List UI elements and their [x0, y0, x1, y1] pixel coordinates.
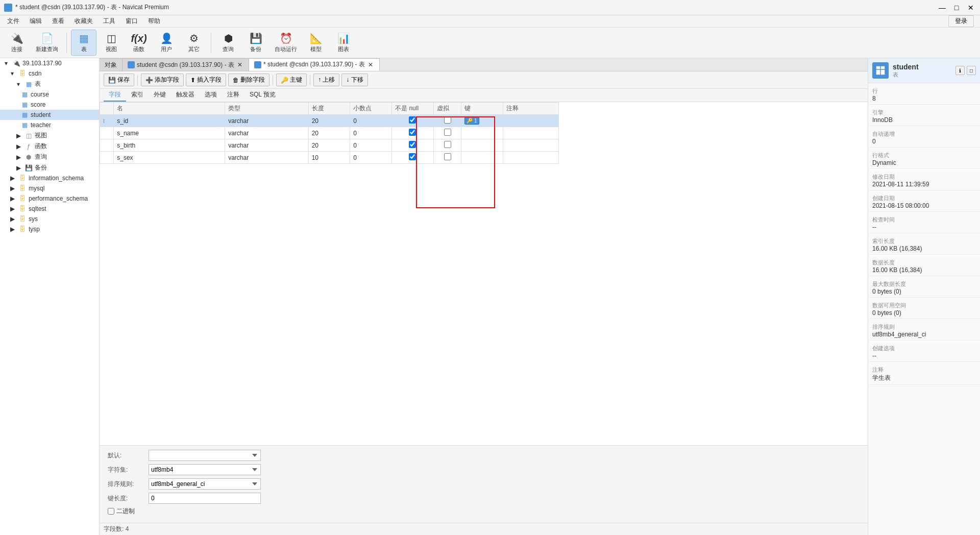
sidebar-item-teacher[interactable]: ▦ teacher	[0, 120, 99, 130]
close-button[interactable]: ✕	[966, 3, 976, 13]
keylength-input[interactable]	[149, 493, 261, 504]
charset-select[interactable]: utf8mb4	[149, 464, 261, 475]
field-virt-sid[interactable]	[433, 115, 461, 127]
field-note-sid[interactable]	[503, 115, 558, 127]
toolbar-new-query[interactable]: 📄 新建查询	[32, 30, 62, 55]
sidebar-item-mysql[interactable]: ▶ 🗄 mysql	[0, 183, 99, 193]
toolbar-view[interactable]: ◫ 视图	[99, 30, 124, 55]
field-type-ssex[interactable]: varchar	[225, 152, 308, 164]
table-row[interactable]: s_sex varchar 10 0	[100, 152, 559, 164]
sidebar-item-connection[interactable]: ▾ 🔌 39.103.137.90	[0, 58, 99, 68]
table-row[interactable]: s_birth varchar 20 0	[100, 139, 559, 152]
field-len-sid[interactable]: 20	[308, 115, 350, 127]
sub-tab-options[interactable]: 选项	[200, 89, 222, 102]
sub-tab-comments[interactable]: 注释	[222, 89, 244, 102]
menu-edit[interactable]: 编辑	[24, 16, 47, 27]
tab-student2-close[interactable]: ✕	[367, 61, 374, 68]
field-dec-sbirth[interactable]: 0	[350, 139, 392, 152]
sidebar-item-csdn[interactable]: ▾ 🗄 csdn	[0, 68, 99, 79]
field-virt-sname[interactable]	[433, 127, 461, 139]
toolbar-user[interactable]: 👤 用户	[154, 30, 179, 55]
sub-tab-indexes[interactable]: 索引	[126, 89, 149, 102]
primary-key-button[interactable]: 🔑 主键	[276, 74, 307, 86]
save-button[interactable]: 💾 保存	[104, 74, 134, 86]
sub-tab-sql-preview[interactable]: SQL 预览	[244, 89, 281, 102]
sidebar-item-sqltest[interactable]: ▶ 🗄 sqltest	[0, 204, 99, 214]
table-row[interactable]: s_name varchar 20 0	[100, 127, 559, 139]
field-len-sname[interactable]: 20	[308, 127, 350, 139]
binary-checkbox[interactable]	[108, 508, 114, 515]
toolbar-table[interactable]: ▦ 表	[71, 30, 96, 56]
collation-select[interactable]: utf8mb4_general_ci	[149, 478, 261, 490]
field-type-sid[interactable]: varchar	[225, 115, 308, 127]
menu-help[interactable]: 帮助	[143, 16, 165, 27]
field-len-sbirth[interactable]: 20	[308, 139, 350, 152]
field-virt-ssex[interactable]	[433, 152, 461, 164]
sidebar-item-queries-folder[interactable]: ▶ ⬢ 查询	[0, 152, 99, 162]
sidebar-item-functions-folder[interactable]: ▶ ƒ 函数	[0, 141, 99, 152]
tab-student2[interactable]: * student @csdn (39.103.137.90) - 表 ✕	[249, 58, 380, 71]
field-dec-ssex[interactable]: 0	[350, 152, 392, 164]
tab-object[interactable]: 对象	[100, 58, 122, 71]
sidebar-item-performance-schema[interactable]: ▶ 🗄 performance_schema	[0, 193, 99, 204]
insert-field-button[interactable]: ⬆ 插入字段	[186, 74, 226, 86]
right-panel-expand-btn[interactable]: □	[967, 66, 976, 75]
field-note-sname[interactable]	[503, 127, 558, 139]
field-notnull-sid[interactable]	[392, 115, 434, 127]
field-type-sname[interactable]: varchar	[225, 127, 308, 139]
toolbar-function[interactable]: f(x) 函数	[126, 31, 152, 55]
move-up-button[interactable]: ↑ 上移	[313, 74, 339, 86]
sidebar-item-student[interactable]: ▦ student	[0, 110, 99, 120]
field-notnull-ssex[interactable]	[392, 152, 434, 164]
field-type-sbirth[interactable]: varchar	[225, 139, 308, 152]
sidebar-item-information-schema[interactable]: ▶ 🗄 information_schema	[0, 173, 99, 183]
toolbar-model[interactable]: 📐 模型	[303, 30, 329, 55]
maximize-button[interactable]: □	[951, 3, 962, 13]
toolbar-connect[interactable]: 🔌 连接	[4, 30, 30, 55]
sidebar-item-sys[interactable]: ▶ 🗄 sys	[0, 214, 99, 224]
field-notnull-sbirth[interactable]	[392, 139, 434, 152]
sub-tab-foreign-keys[interactable]: 外键	[149, 89, 171, 102]
sidebar-item-course[interactable]: ▦ course	[0, 89, 99, 100]
move-down-button[interactable]: ↓ 下移	[341, 74, 368, 86]
field-len-ssex[interactable]: 10	[308, 152, 350, 164]
menu-view[interactable]: 查看	[47, 16, 69, 27]
binary-check[interactable]: 二进制	[108, 507, 135, 516]
tab-student1-close[interactable]: ✕	[236, 61, 243, 68]
sidebar-item-tables-folder[interactable]: ▾ ▦ 表	[0, 79, 99, 89]
default-select[interactable]	[149, 450, 261, 461]
tab-student1[interactable]: student @csdn (39.103.137.90) - 表 ✕	[122, 58, 249, 71]
sys-label: sys	[29, 215, 38, 223]
right-panel-info-btn[interactable]: ℹ	[955, 66, 965, 75]
menu-window[interactable]: 窗口	[120, 16, 143, 27]
login-button[interactable]: 登录	[948, 15, 974, 27]
field-dec-sid[interactable]: 0	[350, 115, 392, 127]
sidebar-item-tysp[interactable]: ▶ 🗄 tysp	[0, 224, 99, 234]
toolbar-other[interactable]: ⚙ 其它	[181, 30, 207, 55]
menu-file[interactable]: 文件	[2, 16, 24, 27]
minimize-button[interactable]: —	[937, 3, 947, 13]
add-field-button[interactable]: ➕ 添加字段	[141, 74, 184, 86]
menu-tools[interactable]: 工具	[98, 16, 120, 27]
sub-tab-triggers[interactable]: 触发器	[171, 89, 200, 102]
sidebar-item-backups-folder[interactable]: ▶ 💾 备份	[0, 162, 99, 173]
field-name-ssex[interactable]: s_sex	[114, 152, 225, 164]
sub-tab-fields[interactable]: 字段	[104, 89, 126, 102]
menu-favorites[interactable]: 收藏夹	[69, 16, 98, 27]
toolbar-chart[interactable]: 📊 图表	[331, 30, 356, 55]
field-name-sname[interactable]: s_name	[114, 127, 225, 139]
delete-field-button[interactable]: 🗑 删除字段	[228, 74, 270, 86]
table-row[interactable]: I s_id varchar 20 0 🔑 1	[100, 115, 559, 127]
toolbar-backup[interactable]: 💾 备份	[243, 30, 268, 55]
field-notnull-sname[interactable]	[392, 127, 434, 139]
field-dec-sname[interactable]: 0	[350, 127, 392, 139]
field-name-sid[interactable]: s_id	[114, 115, 225, 127]
sidebar-item-views-folder[interactable]: ▶ ◫ 视图	[0, 130, 99, 141]
toolbar-autorun[interactable]: ⏰ 自动运行	[271, 30, 301, 55]
field-name-sbirth[interactable]: s_birth	[114, 139, 225, 152]
field-virt-sbirth[interactable]	[433, 139, 461, 152]
sidebar-item-score[interactable]: ▦ score	[0, 100, 99, 110]
field-note-ssex[interactable]	[503, 152, 558, 164]
toolbar-query[interactable]: ⬢ 查询	[215, 30, 241, 55]
field-note-sbirth[interactable]	[503, 139, 558, 152]
